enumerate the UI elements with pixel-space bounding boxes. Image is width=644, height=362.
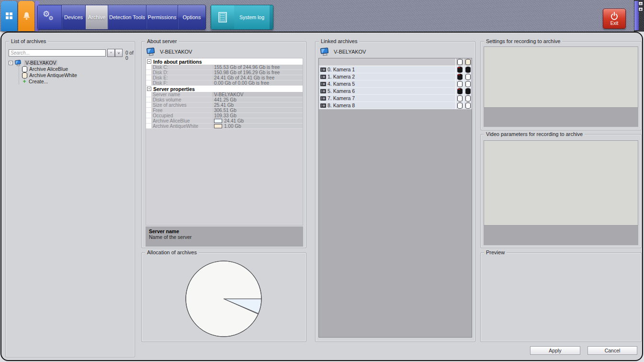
archive-cylinder-icon[interactable] [457, 59, 463, 65]
exit-button[interactable]: Exit [603, 9, 626, 29]
settings-gears-icon[interactable]: ⚙ ⚙ [38, 5, 62, 29]
nav-tab-detection-tools[interactable]: Detection Tools [108, 5, 147, 29]
tree-item-label[interactable]: Archive AntiqueWhite [29, 72, 77, 78]
property-row[interactable]: Disks volume441.25 Gb [146, 97, 303, 102]
archive-toggle-cell[interactable] [463, 88, 472, 94]
property-description-title: Server name [149, 228, 300, 234]
plus-icon: + [22, 78, 27, 85]
archive-toggle-cell[interactable] [455, 73, 463, 80]
property-label: Disk C: [146, 65, 212, 70]
archive-cylinder-icon[interactable] [465, 67, 471, 73]
camera-row[interactable]: 7. Kamera 7 [319, 95, 472, 102]
nav-tab-permissions[interactable]: Permissions [147, 5, 178, 29]
tree-root-server[interactable]: V-BELYAKOV [9, 60, 132, 66]
tree-item-archive-antiquewhite[interactable]: Archive AntiqueWhite [22, 72, 132, 78]
property-category[interactable]: Server properties [146, 86, 303, 92]
tree-root-label[interactable]: V-BELYAKOV [24, 60, 57, 66]
property-row[interactable]: Free306.51 Gb [146, 108, 303, 113]
camera-row[interactable]: 1. Kamera 2 [319, 73, 472, 80]
property-category[interactable]: Info about partitions [146, 58, 303, 65]
apply-button[interactable]: Apply [530, 346, 580, 355]
camera-row[interactable]: 4. Kamera 5 [319, 80, 472, 88]
archive-toggle-cell[interactable] [463, 95, 472, 102]
panel-settings-for-recording: Settings for recording to archive [480, 41, 642, 130]
archive-cylinder-icon[interactable] [465, 102, 471, 109]
system-log-button[interactable]: System log [211, 5, 273, 30]
panel-list-of-archives: List of archives ^ v 0 of 0 V-BELYAKOV [5, 41, 135, 357]
server-name: V-BELYAKOV [160, 49, 192, 55]
property-row[interactable]: Size of archives25.41 Gb [146, 102, 303, 108]
nav-tab-devices[interactable]: Devices [62, 5, 86, 29]
archive-cylinder-icon[interactable] [465, 81, 471, 87]
archive-toggle-cell[interactable] [455, 88, 463, 94]
property-row[interactable]: Archive AliceBlue24.41 Gb [146, 118, 303, 124]
camera-label: 4. Kamera 5 [328, 81, 355, 87]
archive-cylinder-icon[interactable] [457, 67, 463, 73]
archive-toggle-cell[interactable] [463, 80, 472, 87]
archive-cylinder-icon[interactable] [465, 95, 471, 102]
property-row[interactable]: Disk C:155.53 Gb of 244.96 Gb is free [146, 65, 303, 70]
archive-cylinder-icon[interactable] [457, 74, 463, 80]
camera-row[interactable]: 0. Kamera 1 [319, 66, 472, 73]
main-navigation: ⚙ ⚙ Devices Archive Detection Tools Perm… [37, 5, 206, 30]
archive-toggle-cell[interactable] [455, 80, 463, 87]
property-row[interactable]: Server nameV-BELYAKOV [146, 92, 303, 97]
archive-cylinder-icon[interactable] [457, 81, 463, 87]
property-row[interactable]: Occupied109.33 Gb [146, 113, 303, 118]
server-header: V-BELYAKOV [320, 47, 366, 56]
archive-cylinder-icon[interactable] [465, 88, 471, 94]
archive-toggle-cell[interactable] [463, 73, 472, 80]
tree-item-label[interactable]: Archive AliceBlue [29, 66, 68, 72]
camera-row[interactable]: 5. Kamera 6 [319, 88, 472, 95]
nav-tab-options[interactable]: Options [178, 5, 205, 29]
archive-cylinder-icon[interactable] [457, 102, 463, 109]
camera-row[interactable]: 8. Kamera 8 [319, 102, 472, 109]
collapse-icon[interactable] [9, 61, 13, 65]
search-input[interactable] [9, 49, 106, 57]
server-name: V-BELYAKOV [334, 49, 366, 55]
nav-tab-archive[interactable]: Archive [86, 5, 108, 29]
property-row[interactable]: Disk D:150.98 Gb of 196.29 Gb is free [146, 70, 303, 75]
collapse-icon[interactable] [147, 59, 151, 64]
archive-toggle-cell[interactable] [455, 95, 463, 102]
property-description-text: Name of the server [149, 234, 300, 240]
exit-label: Exit [610, 21, 619, 26]
archive-toggle-cell[interactable] [463, 102, 472, 109]
property-label: Disk D: [146, 70, 212, 75]
search-prev-button[interactable]: ^ [107, 49, 115, 57]
archive-column-header[interactable] [455, 58, 463, 66]
log-document-icon [211, 5, 234, 29]
gear-icon: ⚙ [48, 15, 54, 22]
archive-toggle-cell[interactable] [455, 102, 463, 109]
collapse-icon[interactable] [147, 87, 151, 91]
property-value: 25.41 Gb [212, 102, 303, 108]
search-next-button[interactable]: v [115, 49, 123, 57]
property-row[interactable]: Disk F:0.00 Gb of 0.00 Gb is free [146, 80, 303, 86]
plus-icon[interactable]: + [638, 1, 643, 6]
archive-cylinder-icon [22, 72, 27, 79]
archive-cylinder-icon[interactable] [465, 74, 471, 80]
collapse-icon[interactable]: ▾ [638, 7, 643, 11]
archive-cylinder-icon[interactable] [465, 59, 471, 65]
color-swatch [214, 119, 222, 123]
archive-column-header[interactable] [463, 58, 472, 66]
tree-item-label[interactable]: Create... [29, 79, 48, 84]
camera-archive-table-header [319, 58, 472, 66]
archive-toggle-cell[interactable] [463, 66, 472, 73]
tab-apps[interactable] [1, 1, 17, 31]
archive-toggle-cell[interactable] [455, 66, 463, 73]
application-window: ⚙ ⚙ Devices Archive Detection Tools Perm… [0, 0, 644, 362]
property-label: Disk F: [146, 80, 212, 86]
camera-icon [320, 75, 326, 79]
tab-alarm[interactable] [18, 1, 34, 31]
tree-item-create-archive[interactable]: + Create... [22, 79, 132, 84]
tree-item-archive-aliceblue[interactable]: Archive AliceBlue [22, 66, 132, 72]
archive-cylinder-icon[interactable] [457, 88, 463, 94]
panel-title: List of archives [9, 38, 48, 44]
panel-allocation-of-archives: Allocation of archives [141, 252, 306, 342]
cancel-button[interactable]: Cancel [588, 346, 637, 355]
power-icon [610, 11, 619, 20]
archive-cylinder-icon[interactable] [457, 95, 463, 102]
property-row[interactable]: Archive AntiqueWhite1.00 Gb [146, 124, 303, 129]
property-row[interactable]: Disk E:24.41 Gb of 24.41 Gb is free [146, 75, 303, 80]
